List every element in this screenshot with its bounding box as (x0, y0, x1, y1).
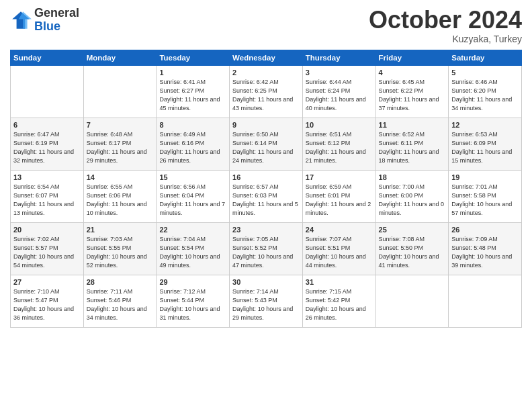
day-number: 22 (159, 226, 226, 234)
day-info: Sunrise: 6:45 AMSunset: 6:22 PMDaylight:… (379, 78, 446, 113)
day-number: 24 (306, 226, 373, 234)
day-cell: 2Sunrise: 6:42 AMSunset: 6:25 PMDaylight… (230, 65, 303, 118)
header-tuesday: Tuesday (157, 50, 230, 65)
day-number: 13 (13, 173, 81, 181)
day-cell: 24Sunrise: 7:07 AMSunset: 5:51 PMDayligh… (302, 222, 375, 275)
day-number: 23 (232, 226, 300, 234)
day-number: 29 (159, 278, 226, 286)
day-info: Sunrise: 7:01 AMSunset: 5:58 PMDaylight:… (451, 183, 519, 218)
day-cell: 15Sunrise: 6:56 AMSunset: 6:04 PMDayligh… (157, 170, 230, 222)
week-row-2: 6Sunrise: 6:47 AMSunset: 6:19 PMDaylight… (11, 118, 522, 170)
calendar-table: Sunday Monday Tuesday Wednesday Thursday… (10, 50, 522, 328)
day-info: Sunrise: 7:05 AMSunset: 5:52 PMDaylight:… (232, 235, 300, 270)
day-info: Sunrise: 6:52 AMSunset: 6:11 PMDaylight:… (379, 130, 446, 165)
day-cell: 22Sunrise: 7:04 AMSunset: 5:54 PMDayligh… (157, 222, 230, 275)
day-cell: 8Sunrise: 6:49 AMSunset: 6:16 PMDaylight… (157, 118, 230, 170)
day-number: 27 (13, 278, 81, 286)
day-cell: 5Sunrise: 6:46 AMSunset: 6:20 PMDaylight… (449, 65, 522, 118)
logo-text: General Blue (34, 7, 79, 34)
day-number: 28 (87, 278, 154, 286)
calendar-page: General Blue October 2024 Kuzyaka, Turke… (0, 0, 532, 411)
week-row-4: 20Sunrise: 7:02 AMSunset: 5:57 PMDayligh… (11, 222, 522, 275)
day-cell: 14Sunrise: 6:55 AMSunset: 6:06 PMDayligh… (83, 170, 157, 222)
day-info: Sunrise: 7:03 AMSunset: 5:55 PMDaylight:… (87, 235, 154, 270)
day-info: Sunrise: 6:41 AMSunset: 6:27 PMDaylight:… (159, 78, 226, 113)
day-number: 18 (379, 173, 446, 181)
day-info: Sunrise: 7:09 AMSunset: 5:48 PMDaylight:… (451, 235, 519, 270)
day-cell (83, 65, 157, 118)
header-sunday: Sunday (11, 50, 84, 65)
day-number: 15 (159, 173, 226, 181)
day-number: 25 (379, 226, 446, 234)
header-friday: Friday (375, 50, 449, 65)
day-number: 16 (232, 173, 300, 181)
day-number: 5 (451, 68, 519, 77)
header-wednesday: Wednesday (230, 50, 303, 65)
day-cell (11, 65, 84, 118)
day-cell: 28Sunrise: 7:11 AMSunset: 5:46 PMDayligh… (83, 275, 157, 327)
location-subtitle: Kuzyaka, Turkey (369, 34, 522, 44)
day-cell: 23Sunrise: 7:05 AMSunset: 5:52 PMDayligh… (230, 222, 303, 275)
day-info: Sunrise: 7:00 AMSunset: 6:00 PMDaylight:… (379, 183, 446, 218)
day-cell: 16Sunrise: 6:57 AMSunset: 6:03 PMDayligh… (230, 170, 303, 222)
day-info: Sunrise: 7:07 AMSunset: 5:51 PMDaylight:… (306, 235, 373, 270)
day-number: 6 (13, 121, 81, 129)
day-info: Sunrise: 6:51 AMSunset: 6:12 PMDaylight:… (306, 130, 373, 165)
day-cell: 17Sunrise: 6:59 AMSunset: 6:01 PMDayligh… (302, 170, 375, 222)
day-cell: 30Sunrise: 7:14 AMSunset: 5:43 PMDayligh… (230, 275, 303, 327)
day-info: Sunrise: 7:02 AMSunset: 5:57 PMDaylight:… (13, 235, 81, 270)
logo-general-text: General (34, 7, 79, 20)
day-cell (375, 275, 449, 327)
day-cell: 20Sunrise: 7:02 AMSunset: 5:57 PMDayligh… (11, 222, 84, 275)
day-number: 4 (379, 68, 446, 77)
day-number: 11 (379, 121, 446, 129)
day-cell: 4Sunrise: 6:45 AMSunset: 6:22 PMDaylight… (375, 65, 449, 118)
day-number: 12 (451, 121, 519, 129)
day-number: 7 (87, 121, 154, 129)
day-cell: 6Sunrise: 6:47 AMSunset: 6:19 PMDaylight… (11, 118, 84, 170)
week-row-5: 27Sunrise: 7:10 AMSunset: 5:47 PMDayligh… (11, 275, 522, 327)
header-saturday: Saturday (449, 50, 522, 65)
day-info: Sunrise: 6:57 AMSunset: 6:03 PMDaylight:… (232, 183, 300, 218)
day-info: Sunrise: 6:53 AMSunset: 6:09 PMDaylight:… (451, 130, 519, 165)
day-number: 14 (87, 173, 154, 181)
day-info: Sunrise: 6:59 AMSunset: 6:01 PMDaylight:… (306, 183, 373, 218)
day-number: 21 (87, 226, 154, 234)
title-block: October 2024 Kuzyaka, Turkey (369, 7, 522, 44)
week-row-1: 1Sunrise: 6:41 AMSunset: 6:27 PMDaylight… (11, 65, 522, 118)
day-cell: 29Sunrise: 7:12 AMSunset: 5:44 PMDayligh… (157, 275, 230, 327)
day-cell: 1Sunrise: 6:41 AMSunset: 6:27 PMDaylight… (157, 65, 230, 118)
day-number: 30 (232, 278, 300, 286)
day-cell: 31Sunrise: 7:15 AMSunset: 5:42 PMDayligh… (302, 275, 375, 327)
day-info: Sunrise: 6:44 AMSunset: 6:24 PMDaylight:… (306, 78, 373, 113)
day-cell: 7Sunrise: 6:48 AMSunset: 6:17 PMDaylight… (83, 118, 157, 170)
day-info: Sunrise: 6:56 AMSunset: 6:04 PMDaylight:… (159, 183, 226, 218)
day-cell: 12Sunrise: 6:53 AMSunset: 6:09 PMDayligh… (449, 118, 522, 170)
day-info: Sunrise: 7:08 AMSunset: 5:50 PMDaylight:… (379, 235, 446, 270)
day-number: 20 (13, 226, 81, 234)
day-number: 8 (159, 121, 226, 129)
day-cell: 18Sunrise: 7:00 AMSunset: 6:00 PMDayligh… (375, 170, 449, 222)
day-info: Sunrise: 7:04 AMSunset: 5:54 PMDaylight:… (159, 235, 226, 270)
day-cell: 10Sunrise: 6:51 AMSunset: 6:12 PMDayligh… (302, 118, 375, 170)
day-number: 17 (306, 173, 373, 181)
page-header: General Blue October 2024 Kuzyaka, Turke… (10, 7, 522, 44)
day-cell: 3Sunrise: 6:44 AMSunset: 6:24 PMDaylight… (302, 65, 375, 118)
day-cell: 19Sunrise: 7:01 AMSunset: 5:58 PMDayligh… (449, 170, 522, 222)
weekday-header-row: Sunday Monday Tuesday Wednesday Thursday… (11, 50, 522, 65)
header-thursday: Thursday (302, 50, 375, 65)
week-row-3: 13Sunrise: 6:54 AMSunset: 6:07 PMDayligh… (11, 170, 522, 222)
day-number: 31 (306, 278, 373, 286)
logo-blue-text: Blue (34, 20, 79, 34)
day-info: Sunrise: 6:50 AMSunset: 6:14 PMDaylight:… (232, 130, 300, 165)
day-info: Sunrise: 6:55 AMSunset: 6:06 PMDaylight:… (87, 183, 154, 218)
day-info: Sunrise: 7:15 AMSunset: 5:42 PMDaylight:… (306, 287, 373, 322)
day-cell (449, 275, 522, 327)
day-cell: 13Sunrise: 6:54 AMSunset: 6:07 PMDayligh… (11, 170, 84, 222)
day-number: 9 (232, 121, 300, 129)
day-info: Sunrise: 6:48 AMSunset: 6:17 PMDaylight:… (87, 130, 154, 165)
month-title: October 2024 (369, 7, 522, 34)
day-info: Sunrise: 7:10 AMSunset: 5:47 PMDaylight:… (13, 287, 81, 322)
logo-icon (10, 9, 32, 31)
day-info: Sunrise: 7:11 AMSunset: 5:46 PMDaylight:… (87, 287, 154, 322)
